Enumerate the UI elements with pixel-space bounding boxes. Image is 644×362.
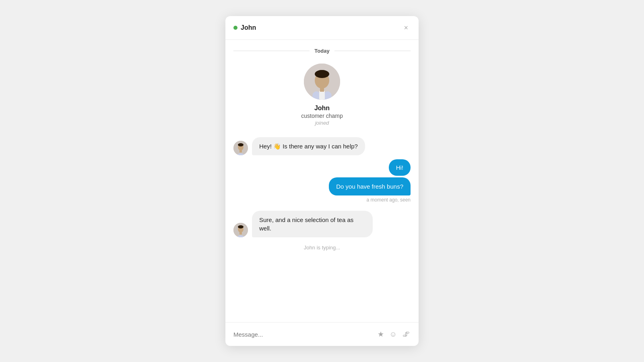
join-card: John customer champ joined (233, 64, 411, 126)
date-divider: Today (233, 48, 411, 54)
incoming-bubble-reply: Sure, and a nice selection of tea as wel… (252, 211, 373, 237)
chat-header: John × (225, 16, 419, 40)
svg-rect-16 (239, 232, 242, 234)
outgoing-bubble-buns: Do you have fresh buns? (329, 177, 411, 195)
chat-window: John × Today (225, 16, 419, 346)
attach-button[interactable]: 🖇 (402, 329, 411, 339)
contact-name: John (241, 24, 256, 31)
online-status-dot (233, 26, 237, 30)
avatar-large (304, 64, 340, 100)
emoji-button[interactable]: ☺ (389, 329, 398, 339)
message-row-reply: Sure, and a nice selection of tea as wel… (233, 211, 411, 237)
message-input[interactable] (233, 331, 372, 338)
outgoing-message-group-row: Hi! Do you have fresh buns? a moment ago… (233, 159, 411, 207)
svg-rect-11 (239, 150, 242, 152)
header-left: John (233, 24, 256, 31)
incoming-bubble: Hey! 👋 Is there any way I can help? (252, 137, 365, 155)
svg-rect-2 (319, 91, 325, 100)
svg-point-5 (316, 70, 328, 76)
star-button[interactable]: ★ (377, 329, 385, 339)
typing-indicator: John is typing... (233, 241, 411, 252)
outgoing-meta: a moment ago, seen (367, 197, 411, 203)
message-row: Hey! 👋 Is there any way I can help? (233, 137, 411, 155)
join-name: John (314, 105, 330, 112)
input-area: ★ ☺ 🖇 (225, 322, 419, 346)
outgoing-group: Hi! Do you have fresh buns? a moment ago… (329, 159, 411, 207)
avatar-small (233, 141, 248, 155)
input-icons: ★ ☺ 🖇 (377, 329, 411, 339)
close-button[interactable]: × (401, 23, 411, 32)
messages-area: Today (225, 40, 419, 322)
join-role: customer champ (301, 113, 343, 119)
avatar-small-reply (233, 223, 248, 237)
join-status: joined (315, 120, 329, 126)
outgoing-bubble-hi: Hi! (389, 159, 411, 176)
svg-point-10 (238, 143, 244, 146)
svg-rect-6 (320, 87, 324, 92)
svg-point-15 (238, 225, 244, 228)
date-label: Today (310, 48, 334, 54)
